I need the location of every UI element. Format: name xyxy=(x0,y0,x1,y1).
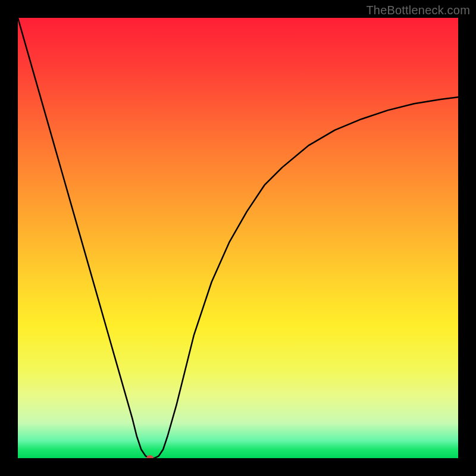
curve-svg xyxy=(18,18,458,458)
plot-area xyxy=(18,18,458,458)
chart-frame: TheBottleneck.com xyxy=(0,0,476,476)
watermark-text: TheBottleneck.com xyxy=(366,4,470,17)
bottleneck-curve xyxy=(18,18,458,458)
minimum-marker xyxy=(146,455,154,458)
